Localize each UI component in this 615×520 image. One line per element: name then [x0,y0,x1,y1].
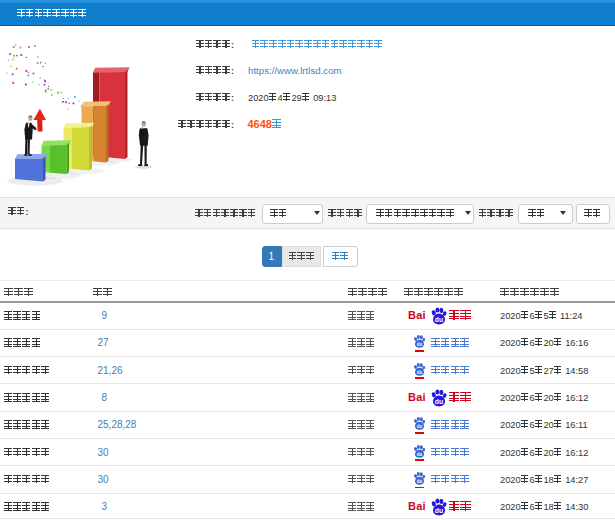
svg-text:du: du [434,316,442,323]
svg-text:du: du [416,425,422,430]
svg-text:du: du [416,343,422,348]
svg-text:du: du [416,370,422,375]
svg-text:du: du [416,479,422,484]
svg-text:du: du [434,507,442,514]
svg-text:du: du [416,452,422,457]
svg-text:du: du [434,398,442,405]
